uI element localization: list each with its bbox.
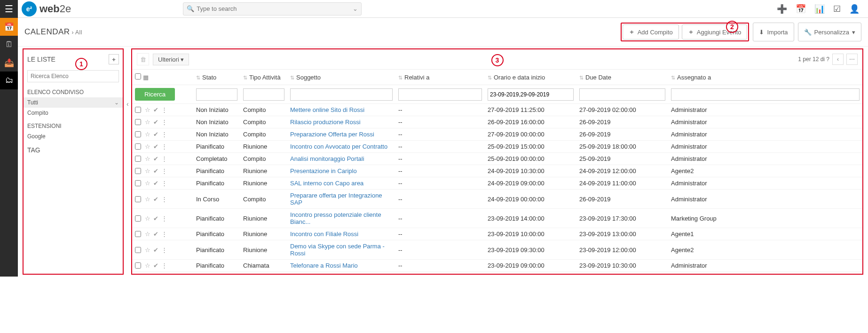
star-icon[interactable]: ☆	[145, 230, 150, 238]
done-icon[interactable]: ✔	[153, 155, 158, 162]
check-icon[interactable]: ☑	[833, 4, 841, 14]
cell-soggetto-link[interactable]: Demo via Skype con sede Parma - Rossi	[290, 243, 385, 257]
row-menu-icon[interactable]: ⋮	[161, 215, 167, 222]
row-checkbox[interactable]	[135, 143, 141, 150]
select-all-checkbox[interactable]	[135, 73, 141, 79]
sidebar-item-compito[interactable]: Compito	[24, 108, 123, 118]
cell-soggetto-link[interactable]: Presentazione in Cariplo	[290, 167, 357, 174]
nav-calendar-icon[interactable]: 📅	[0, 18, 18, 36]
add-list-button[interactable]: +	[109, 54, 119, 64]
search-input[interactable]	[183, 2, 362, 16]
cell-soggetto-link[interactable]: Mettere online Sito di Rossi	[290, 106, 364, 113]
done-icon[interactable]: ✔	[153, 106, 158, 113]
col-relativi[interactable]: Relativi a	[404, 74, 429, 81]
row-checkbox[interactable]	[135, 262, 141, 269]
done-icon[interactable]: ✔	[153, 215, 158, 222]
row-menu-icon[interactable]: ⋮	[161, 131, 167, 138]
cell-soggetto-link[interactable]: Rilascio produzione Rossi	[290, 119, 361, 126]
row-checkbox[interactable]	[135, 180, 141, 186]
table-row[interactable]: ☆ ✔ ⋮ Pianificato Riunione Incontro con …	[132, 228, 862, 240]
done-icon[interactable]: ✔	[153, 119, 158, 126]
row-menu-icon[interactable]: ⋮	[161, 155, 167, 162]
row-menu-icon[interactable]: ⋮	[161, 196, 167, 203]
table-row[interactable]: ☆ ✔ ⋮ Pianificato Chiamata Telefonare a …	[132, 260, 862, 272]
nav-list-icon[interactable]: 🗓	[0, 36, 18, 54]
star-icon[interactable]: ☆	[145, 180, 150, 187]
table-row[interactable]: ☆ ✔ ⋮ Completato Compito Analisi monitor…	[132, 153, 862, 165]
table-row[interactable]: ☆ ✔ ⋮ Pianificato Riunione Incontro con …	[132, 141, 862, 153]
filter-stato[interactable]	[196, 88, 237, 101]
nav-tasks-icon[interactable]: 🗂	[0, 71, 18, 89]
table-row[interactable]: ☆ ✔ ⋮ Pianificato Riunione SAL interno c…	[132, 177, 862, 190]
table-row[interactable]: ☆ ✔ ⋮ Non Iniziato Compito Rilascio prod…	[132, 116, 862, 128]
done-icon[interactable]: ✔	[153, 246, 158, 254]
add-icon[interactable]: ➕	[777, 4, 787, 14]
row-checkbox[interactable]	[135, 231, 141, 237]
ulteriori-dropdown[interactable]: Ulteriori ▾	[153, 54, 189, 65]
logo[interactable]: e² web2e	[18, 1, 75, 16]
star-icon[interactable]: ☆	[145, 155, 150, 162]
col-stato[interactable]: Stato	[202, 74, 216, 81]
row-checkbox[interactable]	[135, 168, 141, 174]
star-icon[interactable]: ☆	[145, 196, 150, 203]
done-icon[interactable]: ✔	[153, 262, 158, 269]
filter-assegnato[interactable]	[671, 88, 860, 101]
col-assegnato[interactable]: Assegnato a	[677, 74, 711, 81]
pager-prev-button[interactable]: ‹	[832, 54, 844, 65]
col-soggetto[interactable]: Soggetto	[296, 74, 321, 81]
row-menu-icon[interactable]: ⋮	[161, 180, 167, 187]
table-row[interactable]: ☆ ✔ ⋮ Pianificato Riunione Demo via Skyp…	[132, 240, 862, 260]
filter-tipo[interactable]	[243, 88, 284, 101]
col-orario[interactable]: Orario e data inizio	[494, 74, 545, 81]
sidebar-item-tutti[interactable]: Tutti⌄	[24, 97, 123, 108]
done-icon[interactable]: ✔	[153, 196, 158, 203]
table-row[interactable]: ☆ ✔ ⋮ Non Iniziato Compito Preparazione …	[132, 128, 862, 141]
row-checkbox[interactable]	[135, 131, 141, 137]
row-menu-icon[interactable]: ⋮	[161, 262, 167, 269]
search-button[interactable]: Ricerca	[135, 88, 175, 101]
filter-orario[interactable]	[488, 88, 574, 101]
row-menu-icon[interactable]: ⋮	[161, 106, 167, 113]
add-compito-button[interactable]: ＋Add Compito	[623, 24, 679, 40]
cell-soggetto-link[interactable]: Incontro con Avvocato per Contratto	[290, 143, 387, 150]
table-row[interactable]: ☆ ✔ ⋮ Pianificato Riunione Presentazione…	[132, 165, 862, 177]
row-menu-icon[interactable]: ⋮	[161, 119, 167, 126]
done-icon[interactable]: ✔	[153, 167, 158, 174]
user-icon[interactable]: 👤	[849, 4, 860, 14]
row-checkbox[interactable]	[135, 215, 141, 222]
row-menu-icon[interactable]: ⋮	[161, 167, 167, 174]
list-search-input[interactable]	[27, 70, 119, 82]
importa-button[interactable]: ⬇ Importa	[753, 23, 794, 41]
star-icon[interactable]: ☆	[145, 119, 150, 126]
row-checkbox[interactable]	[135, 119, 141, 125]
done-icon[interactable]: ✔	[153, 180, 158, 187]
cell-soggetto-link[interactable]: Incontro con Filiale Rossi	[290, 230, 358, 238]
cell-soggetto-link[interactable]: Preparazione Offerta per Rossi	[290, 131, 374, 138]
row-checkbox[interactable]	[135, 247, 141, 253]
cell-soggetto-link[interactable]: Incontro presso potenziale cliente Bianc…	[290, 211, 381, 225]
done-icon[interactable]: ✔	[153, 131, 158, 138]
star-icon[interactable]: ☆	[145, 106, 150, 113]
star-icon[interactable]: ☆	[145, 131, 150, 138]
row-checkbox[interactable]	[135, 156, 141, 162]
personalizza-button[interactable]: 🔧 Personalizza ▾	[798, 23, 861, 41]
table-row[interactable]: ☆ ✔ ⋮ Non Iniziato Compito Mettere onlin…	[132, 104, 862, 116]
grid-view-icon[interactable]: ▦	[143, 74, 149, 81]
done-icon[interactable]: ✔	[153, 143, 158, 150]
row-menu-icon[interactable]: ⋮	[161, 246, 167, 254]
star-icon[interactable]: ☆	[145, 215, 150, 222]
col-tipo[interactable]: Tipo Attività	[249, 74, 281, 81]
cell-soggetto-link[interactable]: SAL interno con Capo area	[290, 180, 363, 187]
done-icon[interactable]: ✔	[153, 230, 158, 238]
cell-soggetto-link[interactable]: Telefonare a Rossi Mario	[290, 262, 358, 269]
filter-due[interactable]	[579, 88, 665, 101]
hamburger-icon[interactable]: ☰	[0, 0, 18, 18]
col-due[interactable]: Due Date	[585, 74, 611, 81]
nav-shared-icon[interactable]: 📤	[0, 54, 18, 71]
table-row[interactable]: ☆ ✔ ⋮ In Corso Compito Preparare offerta…	[132, 190, 862, 209]
filter-soggetto[interactable]	[290, 88, 393, 101]
row-menu-icon[interactable]: ⋮	[161, 230, 167, 238]
star-icon[interactable]: ☆	[145, 262, 150, 269]
cell-soggetto-link[interactable]: Preparare offerta per Integrazione SAP	[290, 192, 382, 206]
chart-icon[interactable]: 📊	[814, 4, 825, 14]
